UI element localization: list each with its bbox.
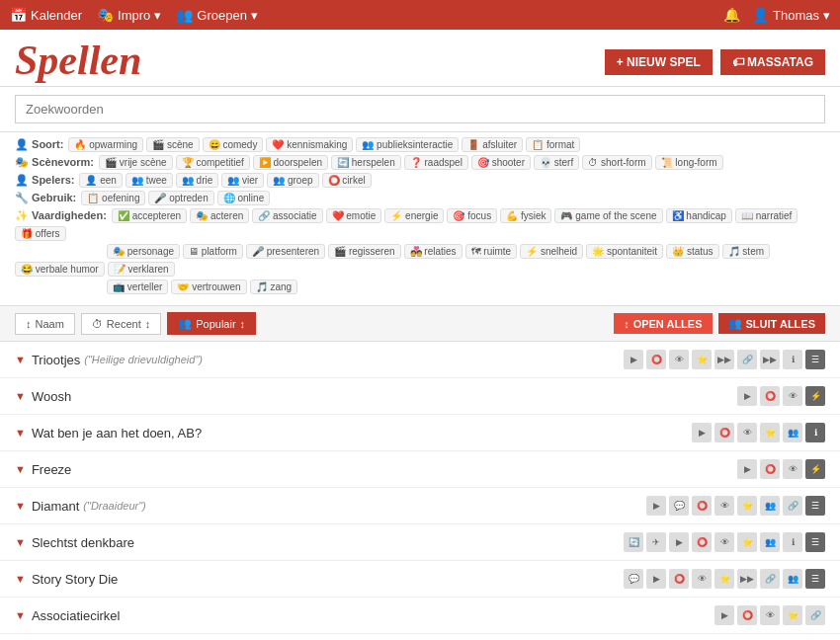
game-action-btn[interactable]: ⭐ bbox=[714, 569, 734, 589]
filter-tag[interactable]: 👥 twee bbox=[126, 173, 173, 188]
filter-tag[interactable]: 🎮 game of the scene bbox=[554, 208, 662, 223]
game-action-btn[interactable]: ⭕ bbox=[692, 496, 712, 516]
open-all-button[interactable]: ↕ OPEN ALLES bbox=[614, 313, 712, 334]
game-action-btn[interactable]: ▶ bbox=[646, 496, 666, 516]
game-action-btn[interactable]: 💬 bbox=[624, 569, 643, 589]
filter-tag[interactable]: 🌟 spontaniteit bbox=[586, 244, 663, 259]
game-action-btn[interactable]: 🔗 bbox=[805, 605, 825, 625]
filter-tag[interactable]: 🎭 personage bbox=[107, 244, 180, 259]
filter-tag[interactable]: 👥 vier bbox=[221, 173, 264, 188]
filter-tag[interactable]: 🎭 acteren bbox=[190, 208, 249, 223]
game-title[interactable]: Slechtst denkbare bbox=[32, 535, 134, 550]
filter-tag[interactable]: ✅ accepteren bbox=[112, 208, 187, 223]
new-game-button[interactable]: + NIEUW SPEL bbox=[605, 49, 713, 75]
filter-tag[interactable]: 👥 drie bbox=[176, 173, 218, 188]
game-action-btn[interactable]: ⭐ bbox=[783, 605, 802, 625]
filter-tag[interactable]: 🌐 online bbox=[217, 191, 270, 205]
game-action-btn[interactable]: ▶▶ bbox=[714, 350, 734, 369]
game-title[interactable]: Wat ben je aan het doen, AB? bbox=[32, 426, 202, 440]
game-action-btn[interactable]: ▶ bbox=[737, 386, 757, 406]
game-action-btn[interactable]: ⭕ bbox=[692, 532, 712, 552]
filter-tag[interactable]: ❓ raadspel bbox=[404, 155, 468, 170]
filter-tag[interactable]: ❤️ emotie bbox=[326, 208, 382, 223]
filter-tag[interactable]: 🔗 associatie bbox=[252, 208, 322, 223]
game-action-btn[interactable]: ⭕ bbox=[760, 386, 780, 406]
game-action-btn[interactable]: ⭕ bbox=[760, 459, 780, 479]
filter-tag[interactable]: 📺 verteller bbox=[107, 280, 168, 294]
game-action-btn[interactable]: ⭕ bbox=[714, 423, 734, 442]
chevron-icon[interactable]: ▼ bbox=[15, 427, 26, 439]
filter-tag[interactable]: 🎯 focus bbox=[447, 208, 497, 223]
game-title[interactable]: Woosh bbox=[32, 389, 71, 404]
chevron-icon[interactable]: ▼ bbox=[15, 573, 26, 585]
close-all-button[interactable]: 👥 SLUIT ALLES bbox=[718, 313, 825, 334]
filter-tag[interactable]: 👥 publieksinteractie bbox=[356, 137, 459, 152]
game-action-btn[interactable]: ℹ bbox=[783, 350, 802, 369]
game-action-btn[interactable]: ⭐ bbox=[760, 423, 780, 442]
game-action-btn[interactable]: 👥 bbox=[760, 496, 780, 516]
filter-tag[interactable]: 📖 narratief bbox=[735, 208, 798, 223]
filter-tag[interactable]: 🤝 vertrouwen bbox=[171, 280, 246, 294]
filter-tag[interactable]: ♿ handicap bbox=[666, 208, 732, 223]
game-action-btn[interactable]: ⚡ bbox=[805, 459, 825, 479]
game-title[interactable]: Associatiecirkel bbox=[32, 608, 121, 623]
filter-tag[interactable]: 📋 format bbox=[526, 137, 580, 152]
filter-tag[interactable]: 👤 een bbox=[79, 173, 122, 188]
game-action-btn[interactable]: 👁 bbox=[783, 386, 802, 406]
filter-tag[interactable]: 💀 sterf bbox=[534, 155, 579, 170]
sort-populair-button[interactable]: 👥 Populair ↕ bbox=[167, 312, 256, 335]
game-action-btn[interactable]: 👁 bbox=[760, 605, 780, 625]
filter-tag[interactable]: ❤️ kennismaking bbox=[266, 137, 353, 152]
filter-tag[interactable]: 🎬 vrije scène bbox=[99, 155, 173, 170]
game-action-btn[interactable]: ⭕ bbox=[737, 605, 757, 625]
game-action-btn[interactable]: ⭐ bbox=[737, 496, 757, 516]
game-title[interactable]: Story Story Die bbox=[32, 572, 118, 587]
filter-tag[interactable]: 👑 status bbox=[666, 244, 718, 259]
filter-tag[interactable]: ⚡ snelheid bbox=[520, 244, 583, 259]
game-action-btn[interactable]: ▶▶ bbox=[737, 569, 757, 589]
game-action-btn[interactable]: ▶ bbox=[737, 459, 757, 479]
filter-tag[interactable]: 📋 oefening bbox=[81, 191, 145, 205]
filter-tag[interactable]: 💑 relaties bbox=[404, 244, 462, 259]
game-action-btn[interactable]: ▶ bbox=[646, 569, 666, 589]
mass-tag-button[interactable]: 🏷 MASSATAG bbox=[720, 49, 825, 75]
chevron-icon[interactable]: ▼ bbox=[15, 354, 26, 365]
game-action-btn[interactable]: ☰ bbox=[805, 496, 825, 516]
filter-tag[interactable]: 👥 groep bbox=[267, 173, 318, 188]
chevron-icon[interactable]: ▼ bbox=[15, 463, 26, 475]
game-action-btn[interactable]: ℹ bbox=[783, 532, 802, 552]
filter-tag[interactable]: 🎁 offers bbox=[15, 226, 66, 241]
game-action-btn[interactable]: 🔄 bbox=[624, 532, 643, 552]
chevron-icon[interactable]: ▼ bbox=[15, 500, 26, 512]
game-action-btn[interactable]: 🔗 bbox=[737, 350, 757, 369]
user-menu[interactable]: 👤 Thomas ▾ bbox=[752, 7, 830, 23]
filter-tag[interactable]: 🔄 herspelen bbox=[331, 155, 401, 170]
filter-tag[interactable]: ▶️ doorspelen bbox=[253, 155, 328, 170]
game-action-btn[interactable]: 👥 bbox=[783, 423, 802, 442]
filter-tag[interactable]: ⭕ cirkel bbox=[322, 173, 372, 188]
filter-tag[interactable]: 🎯 shooter bbox=[471, 155, 531, 170]
bell-icon[interactable]: 🔔 bbox=[723, 7, 740, 23]
game-action-btn[interactable]: ✈ bbox=[646, 532, 666, 552]
nav-kalender[interactable]: 📅 Kalender bbox=[10, 7, 82, 23]
game-action-btn[interactable]: 👁 bbox=[783, 459, 802, 479]
nav-groepen[interactable]: 👥 Groepen ▾ bbox=[176, 7, 258, 23]
filter-tag[interactable]: 💪 fysiek bbox=[500, 208, 551, 223]
game-action-btn[interactable]: ⭐ bbox=[737, 532, 757, 552]
game-action-btn[interactable]: ⭕ bbox=[646, 350, 666, 369]
filter-tag[interactable]: 🚪 afsluiter bbox=[462, 137, 523, 152]
chevron-icon[interactable]: ▼ bbox=[15, 536, 26, 548]
filter-tag[interactable]: 🖥 platform bbox=[183, 244, 243, 259]
filter-tag[interactable]: 🎵 stem bbox=[722, 244, 770, 259]
game-action-btn[interactable]: ▶ bbox=[624, 350, 643, 369]
game-action-btn[interactable]: ▶▶ bbox=[760, 350, 780, 369]
game-action-btn[interactable]: 🔗 bbox=[783, 496, 802, 516]
filter-tag[interactable]: 🔥 opwarming bbox=[68, 137, 143, 152]
search-input[interactable] bbox=[15, 95, 825, 123]
chevron-icon[interactable]: ▼ bbox=[15, 609, 26, 621]
game-action-btn[interactable]: ⭐ bbox=[692, 350, 712, 369]
game-action-btn[interactable]: 👁 bbox=[737, 423, 757, 442]
filter-tag[interactable]: ⚡ energie bbox=[384, 208, 444, 223]
filter-tag[interactable]: ⏱ short-form bbox=[582, 155, 651, 170]
sort-naam-button[interactable]: ↕ Naam bbox=[15, 313, 75, 335]
